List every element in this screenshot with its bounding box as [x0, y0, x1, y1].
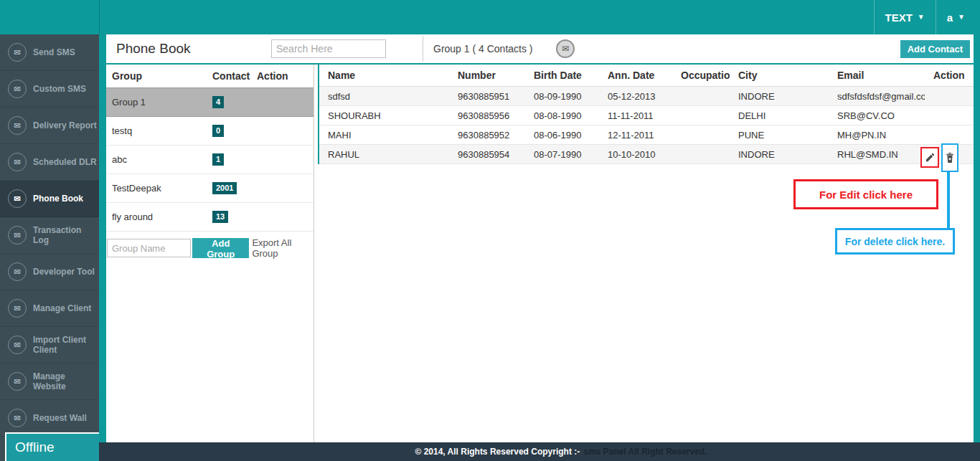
- contact-occupation: [672, 145, 730, 164]
- text-dropdown-label: TEXT: [885, 11, 913, 24]
- sidebar-item[interactable]: ✉ Send SMS: [0, 34, 99, 71]
- contact-occupation: [672, 125, 730, 145]
- sidebar-item-label: Developer Tool: [33, 267, 95, 277]
- export-all-group-link[interactable]: Export All Group: [252, 237, 314, 259]
- contact-email: RHL@SMD.IN: [829, 145, 925, 164]
- contact-action-cell: [925, 106, 974, 125]
- edit-button[interactable]: [920, 147, 939, 168]
- add-group-button[interactable]: Add Group: [192, 238, 249, 258]
- envelope-icon: ✉: [8, 372, 27, 391]
- topbar-menu: TEXT ▼ a ▼: [874, 0, 976, 34]
- column-header-occupation: Occupation: [672, 65, 730, 87]
- page-title: Phone Book: [116, 41, 191, 57]
- contact-number: 9630885954: [449, 145, 525, 164]
- sidebar-item[interactable]: ✉ Phone Book: [0, 181, 99, 217]
- top-bar: TEXT ▼ a ▼: [0, 0, 980, 34]
- group-name: TestDeepak: [112, 183, 212, 194]
- contact-occupation: [672, 106, 730, 125]
- column-header-ann-date: Ann. Date: [599, 65, 672, 87]
- column-header-contact: Contact: [212, 70, 257, 82]
- group-row[interactable]: Group 1 4: [106, 87, 314, 117]
- sidebar-item[interactable]: ✉ Transaction Log: [0, 217, 99, 254]
- contact-count-badge: 4: [212, 96, 224, 108]
- mail-circle-icon[interactable]: ✉: [556, 39, 575, 58]
- text-dropdown[interactable]: TEXT ▼: [874, 0, 936, 34]
- group-name: fly around: [112, 212, 212, 222]
- contact-birth-date: 08-08-1990: [525, 106, 599, 125]
- group-controls: Add Group Export All Group: [106, 237, 314, 259]
- contact-number: 9630885952: [449, 125, 525, 145]
- contact-count-badge: 2001: [212, 182, 237, 194]
- group-row[interactable]: testq 0: [106, 117, 314, 146]
- column-header-email: Email: [829, 65, 925, 87]
- sidebar-item-label: Custom SMS: [33, 84, 86, 94]
- contact-birth-date: 08-09-1990: [525, 87, 599, 106]
- sidebar-item-label: Request Wall: [33, 413, 87, 423]
- group-name-input[interactable]: [107, 239, 191, 257]
- contact-city: INDORE: [730, 87, 829, 106]
- column-header-number: Number: [449, 65, 525, 87]
- column-header-name: Name: [319, 65, 449, 87]
- sidebar-item[interactable]: ✉ Manage Client: [0, 290, 99, 327]
- column-header-group: Group: [112, 70, 212, 82]
- sidebar-item-label: Transaction Log: [33, 225, 99, 245]
- contact-occupation: [672, 87, 730, 106]
- table-row: sdfsd 9630885951 08-09-1990 05-12-2013 I…: [319, 87, 974, 106]
- contact-name: sdfsd: [319, 87, 449, 106]
- sidebar-item-label: Delivery Report: [33, 120, 97, 130]
- search-input[interactable]: [271, 39, 386, 58]
- sidebar-item[interactable]: ✉ Delivery Report: [0, 108, 99, 144]
- footer: © 2014, All Rights Reserved Copyright :-…: [99, 442, 980, 461]
- contact-ann-date: 10-10-2010: [599, 145, 672, 164]
- group-name: Group 1: [112, 97, 212, 108]
- user-dropdown[interactable]: a ▼: [936, 0, 976, 34]
- group-row[interactable]: fly around 13: [106, 203, 314, 232]
- sidebar-item[interactable]: ✉ Import Client Client: [0, 327, 99, 363]
- sidebar-item[interactable]: ✉ Scheduled DLR: [0, 144, 99, 181]
- pencil-icon: [925, 152, 936, 163]
- user-dropdown-label: a: [947, 11, 953, 24]
- annotation-connector-line: [947, 172, 950, 228]
- sidebar-item-label: Manage Client: [33, 303, 91, 313]
- sidebar-item-label: Send SMS: [33, 47, 75, 57]
- trash-icon: [945, 151, 955, 164]
- contact-ann-date: 12-11-2011: [599, 125, 672, 145]
- group-row[interactable]: TestDeepak 2001: [106, 174, 314, 203]
- envelope-icon: ✉: [8, 43, 27, 62]
- contact-number: 9630885951: [449, 87, 525, 106]
- header-divider: [423, 36, 423, 62]
- envelope-icon: ✉: [8, 262, 27, 281]
- envelope-icon: ✉: [8, 336, 27, 354]
- contact-city: PUNE: [730, 125, 829, 145]
- column-header-birth-date: Birth Date: [525, 65, 599, 87]
- sidebar-item[interactable]: ✉ Custom SMS: [0, 71, 99, 108]
- delete-button[interactable]: [941, 143, 958, 172]
- add-contact-button[interactable]: Add Contact: [900, 40, 970, 58]
- contact-email: sdfsfdsfdsf@gmail.com: [829, 87, 925, 106]
- envelope-icon: ✉: [8, 116, 27, 135]
- contacts-table: Name Number Birth Date Ann. Date Occupat…: [318, 65, 974, 164]
- left-accent-strip: [99, 34, 106, 442]
- sidebar-item[interactable]: ✉ Request Wall: [0, 400, 99, 437]
- envelope-icon: ✉: [8, 226, 27, 244]
- contact-count-badge: 0: [212, 125, 224, 137]
- table-row: SHOURABH 9630885956 08-08-1990 11-11-201…: [319, 106, 974, 125]
- contact-name: SHOURABH: [319, 106, 449, 125]
- right-accent-strip: [974, 0, 980, 442]
- group-info-label: Group 1 ( 4 Contacts ): [433, 43, 533, 54]
- contact-count-badge: 1: [212, 153, 224, 166]
- sidebar-item[interactable]: ✉ Manage Website: [0, 363, 99, 400]
- group-row[interactable]: abc 1: [106, 146, 314, 174]
- chevron-down-icon: ▼: [918, 14, 925, 21]
- sidebar-item-label: Scheduled DLR: [33, 157, 97, 167]
- contact-name: MAHI: [319, 125, 449, 145]
- delete-annotation: For delete click here.: [835, 228, 955, 255]
- contact-name: RAHUL: [319, 145, 449, 164]
- sidebar-item[interactable]: ✉ Developer Tool: [0, 254, 99, 290]
- sidebar-item-label: Manage Website: [33, 371, 99, 391]
- contacts-table-header: Name Number Birth Date Ann. Date Occupat…: [319, 65, 974, 87]
- contact-city: INDORE: [730, 145, 829, 164]
- envelope-icon: ✉: [8, 189, 27, 208]
- contact-city: DELHI: [730, 106, 829, 125]
- content-header: Phone Book Group 1 ( 4 Contacts ) ✉ Add …: [106, 34, 974, 65]
